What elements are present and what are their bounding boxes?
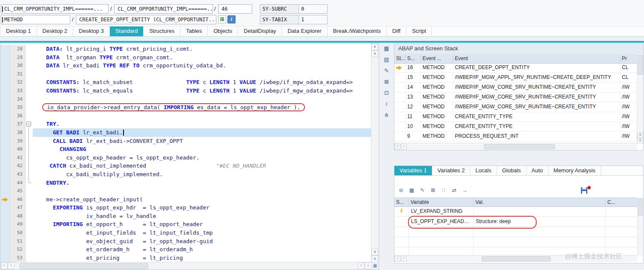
- variables-vertical-scrollbar[interactable]: [637, 197, 643, 255]
- code-line[interactable]: 47 EXPORTING is_oppt_exp_hdr = ls_oppt_e…: [1, 203, 371, 212]
- code-line[interactable]: 29 DATA lt_orgman TYPE crmt_orgman_comt.: [1, 53, 371, 62]
- scrollbar-thumb[interactable]: [638, 198, 644, 215]
- editor-vertical-scrollbar[interactable]: ∧ ∨ ∧ ∨: [371, 44, 379, 262]
- tab-globals[interactable]: Globals: [497, 166, 526, 175]
- code-line[interactable]: 42 CATCH cx_badi_not_implemented "#EC NO…: [1, 162, 371, 170]
- code-editor[interactable]: 28 DATA: lt_pricing_i TYPE crmt_pricing_…: [0, 43, 379, 270]
- info-button[interactable]: i: [227, 15, 236, 23]
- compare-variables-icon[interactable]: ⇄: [450, 186, 458, 195]
- scroll-right-button[interactable]: ›: [8, 262, 14, 269]
- code-line[interactable]: 45: [1, 187, 371, 195]
- scroll-down-button[interactable]: ∨: [371, 50, 378, 57]
- code-line[interactable]: 28 DATA: lt_pricing_i TYPE crmt_pricing_…: [1, 45, 371, 53]
- scrollbar-thumb[interactable]: [20, 263, 148, 269]
- breakpoint-gutter[interactable]: [1, 170, 10, 179]
- breakpoint-gutter[interactable]: [1, 195, 10, 204]
- fold-gutter[interactable]: [26, 212, 33, 221]
- fold-gutter[interactable]: [26, 154, 33, 162]
- code-line[interactable]: 31: [1, 70, 371, 78]
- edit-value-icon[interactable]: ✎: [418, 186, 426, 195]
- split-grid-icon[interactable]: ▦: [371, 262, 379, 270]
- scroll-left-button[interactable]: ‹: [394, 144, 400, 149]
- services-tool-icon[interactable]: ⋔: [382, 111, 391, 119]
- breakpoint-gutter[interactable]: [1, 120, 10, 128]
- breakpoint-gutter[interactable]: [1, 203, 10, 212]
- stack-vertical-scrollbar[interactable]: ∧ ∨: [637, 54, 643, 143]
- scroll-left-button[interactable]: ‹: [394, 256, 400, 261]
- fold-gutter[interactable]: [26, 245, 33, 254]
- save-layout-icon[interactable]: [581, 186, 590, 195]
- tab-auto[interactable]: Auto: [526, 166, 549, 175]
- line-number-field[interactable]: 46: [218, 4, 252, 14]
- tab-variables-1[interactable]: Variables 1: [394, 166, 432, 175]
- breakpoint-gutter[interactable]: [1, 145, 10, 154]
- fold-gutter[interactable]: [26, 87, 33, 95]
- scroll-down-button[interactable]: ∨: [371, 255, 378, 262]
- tab-desktop-3[interactable]: Desktop 3: [73, 26, 110, 36]
- code-line[interactable]: 49 IMPORTING et_opport_h = lt_opport_hea…: [1, 220, 371, 229]
- edit-table-icon[interactable]: ▦: [408, 186, 416, 195]
- scrollbar-thumb[interactable]: [638, 55, 643, 75]
- breakpoint-gutter[interactable]: [1, 137, 10, 145]
- tab-diff[interactable]: Diff: [387, 26, 406, 36]
- fold-gutter[interactable]: [26, 170, 33, 179]
- fold-gutter[interactable]: [26, 61, 33, 70]
- delete-row-icon[interactable]: ⊖: [397, 186, 405, 195]
- fold-gutter[interactable]: [26, 128, 33, 137]
- insert-variables-icon[interactable]: ∷: [440, 186, 448, 195]
- fold-gutter[interactable]: [26, 70, 33, 78]
- fold-gutter[interactable]: [26, 53, 33, 62]
- code-line[interactable]: 39 CALL BADI lr_ext_badi->CONVERT_EXP_OP…: [1, 137, 371, 145]
- fold-gutter[interactable]: [26, 237, 33, 246]
- scroll-left-button[interactable]: ‹: [358, 262, 365, 269]
- tab-data-explorer[interactable]: Data Explorer: [282, 26, 327, 36]
- tab-detaildisplay[interactable]: DetailDisplay: [238, 26, 282, 36]
- stack-row[interactable]: 16METHODCREATE_DEEP_OPPT_ENTITYCL: [394, 63, 637, 73]
- scrollbar-thumb[interactable]: [484, 144, 555, 149]
- code-line[interactable]: 50 et_input_fields = lt_input_fields_tmp: [1, 229, 371, 237]
- stack-row[interactable]: 14METHOD/IWBEP/IF_MGW_CORE_SRV_RUNTIME~C…: [394, 83, 637, 93]
- breakpoint-gutter[interactable]: [1, 220, 10, 229]
- variable-row[interactable]: LV_EXPAND_STRING: [394, 206, 638, 217]
- code-line[interactable]: 35 io_data_provider->read_entry_data( IM…: [1, 103, 371, 112]
- code-line[interactable]: 30 DATA lr_ext_badi TYPE REF TO crm_oppo…: [1, 61, 371, 70]
- code-line[interactable]: 53 et_pricing = lt_pricing: [1, 254, 371, 262]
- remove-variable-icon[interactable]: ⊠: [429, 186, 437, 195]
- fold-gutter[interactable]: [26, 137, 33, 145]
- breakpoint-gutter[interactable]: [1, 128, 10, 137]
- breakpoint-gutter[interactable]: [1, 53, 10, 62]
- code-line[interactable]: 46 me->create_oppt_header_input(: [1, 195, 371, 204]
- code-line[interactable]: 33 CONSTANTS: lc_match_equals TYPE c LEN…: [1, 87, 371, 95]
- breakpoint-gutter[interactable]: [1, 103, 10, 112]
- scroll-right-button[interactable]: ›: [401, 256, 407, 261]
- fold-gutter[interactable]: [26, 179, 33, 187]
- code-line[interactable]: 43 cx_badi_multiply_implemented.: [1, 170, 371, 179]
- tab-break-watchpoints[interactable]: Break./Watchpoints: [328, 26, 387, 36]
- breakpoint-gutter[interactable]: [1, 229, 10, 237]
- breakpoint-gutter[interactable]: [1, 112, 10, 120]
- breakpoint-gutter[interactable]: [1, 187, 10, 195]
- collapse-icon[interactable]: −: [26, 122, 31, 126]
- breakpoint-gutter[interactable]: [1, 61, 10, 70]
- breakpoint-gutter[interactable]: [1, 45, 10, 53]
- tab-tables[interactable]: Tables: [181, 26, 208, 36]
- scroll-right-button[interactable]: ›: [401, 144, 407, 149]
- stack-row[interactable]: 11METHODCREATE_ENTITY_TYPE/IW: [394, 112, 637, 122]
- tab-standard[interactable]: Standard: [110, 26, 144, 36]
- stack-row[interactable]: 9METHODPROCESS_REQUEST_INT/IW: [394, 132, 637, 142]
- breakpoint-gutter[interactable]: [1, 78, 10, 87]
- sy-tabix-value[interactable]: 1: [299, 15, 328, 24]
- fold-gutter[interactable]: [26, 195, 33, 204]
- tab-desktop-2[interactable]: Desktop 2: [37, 26, 74, 36]
- breakpoint-gutter[interactable]: [1, 70, 10, 78]
- code-line[interactable]: 38 GET BADI lr_ext_badi.: [1, 128, 371, 137]
- stack-row[interactable]: 12METHOD/IWBEP/IF_MGW_CORE_SRV_RUNTIME~C…: [394, 102, 637, 112]
- fold-gutter[interactable]: [26, 112, 33, 120]
- breakpoint-gutter[interactable]: [1, 87, 10, 95]
- breakpoint-gutter[interactable]: [1, 254, 10, 262]
- main-program-field[interactable]: CL_CRM_OPPORTUNITY_IMPL======...: [1, 4, 109, 14]
- code-line[interactable]: 32 CONSTANTS: lc_match_subset TYPE c LEN…: [1, 78, 371, 87]
- tab-script[interactable]: Script: [406, 26, 432, 36]
- breakpoint-gutter[interactable]: [1, 162, 10, 170]
- fold-gutter[interactable]: [26, 254, 33, 262]
